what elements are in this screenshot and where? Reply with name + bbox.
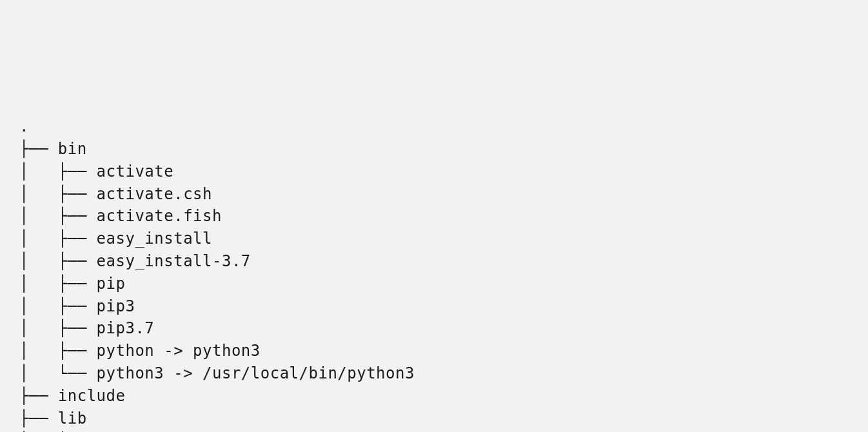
tree-line: ├── bin [19,138,849,161]
tree-prefix: │ ├── [19,319,97,337]
tree-line: ├── lib [19,407,849,430]
tree-entry: activate.csh [97,185,212,203]
tree-prefix: │ ├── [19,162,97,181]
tree-prefix: ├── [19,140,58,158]
tree-entry: bin [58,140,87,158]
tree-prefix: ├── [19,409,58,427]
tree-entry: include [58,387,126,405]
tree-entry: activate.fish [97,207,222,225]
tree-prefix: │ ├── [19,185,97,203]
tree-prefix: │ ├── [19,275,97,293]
tree-entry: easy_install-3.7 [97,252,251,270]
tree-line: │ ├── python -> python3 [19,340,849,362]
tree-entry: python3 -> /usr/local/bin/python3 [97,364,415,382]
tree-entry: lib [58,409,87,427]
tree-line: │ ├── pip3.7 [19,317,849,340]
tree-entry: python -> python3 [97,342,261,360]
tree-prefix: │ └── [19,364,97,382]
tree-line: │ ├── pip [19,273,849,295]
tree-prefix: │ ├── [19,207,97,225]
tree-prefix: │ ├── [19,342,97,360]
tree-entry: pip3.7 [97,319,155,337]
tree-line: │ ├── easy_install-3.7 [19,250,849,273]
tree-entry: pip [97,275,126,293]
tree-prefix: ├── [19,387,58,405]
tree-root: . [19,115,849,138]
tree-entry: pip3 [97,297,135,315]
tree-line: │ └── python3 -> /usr/local/bin/python3 [19,362,849,385]
tree-line: ├── include [19,385,849,407]
tree-line: │ └── python3.7 [19,429,849,432]
tree-entry: activate [97,162,174,181]
tree-line: │ ├── pip3 [19,295,849,318]
tree-prefix: │ ├── [19,297,97,315]
tree-line: │ ├── activate.csh [19,183,849,206]
tree-line: │ ├── easy_install [19,228,849,250]
tree-line: │ ├── activate.fish [19,205,849,228]
tree-prefix: │ ├── [19,230,97,248]
tree-prefix: │ ├── [19,252,97,270]
tree-line: │ ├── activate [19,161,849,183]
tree-entry: easy_install [97,230,212,248]
